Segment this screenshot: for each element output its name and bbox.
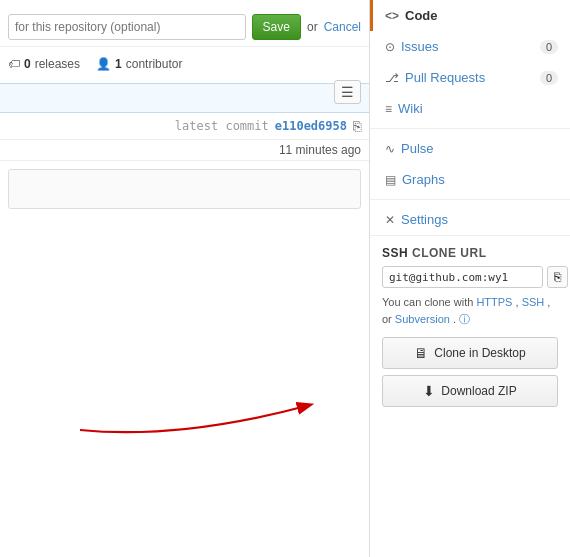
contributor-label: contributor <box>126 57 183 71</box>
clone-desktop-icon: 🖥 <box>414 345 428 361</box>
download-zip-button[interactable]: ⬇ Download ZIP <box>382 375 558 407</box>
commit-row: latest commit e110ed6958 ⎘ <box>0 113 369 140</box>
issues-badge: 0 <box>540 40 558 54</box>
nav-divider-2 <box>370 199 570 200</box>
clone-subversion-link[interactable]: Subversion <box>395 313 450 325</box>
copy-commit-icon[interactable]: ⎘ <box>353 118 361 134</box>
graphs-label: Graphs <box>402 172 445 187</box>
save-button[interactable]: Save <box>252 14 301 40</box>
clone-help-question-icon: ⓘ <box>459 313 470 325</box>
clone-in-desktop-button[interactable]: 🖥 Clone in Desktop <box>382 337 558 369</box>
releases-count: 0 <box>24 57 31 71</box>
releases-icon: 🏷 <box>8 57 20 71</box>
time-ago-text: 11 minutes ago <box>279 143 361 157</box>
wiki-icon: ≡ <box>385 102 392 116</box>
pulse-label: Pulse <box>401 141 434 156</box>
releases-label: releases <box>35 57 80 71</box>
sidebar: <> Code ⊙ Issues 0 ⎇ Pull Requests 0 <box>370 0 570 557</box>
pulse-icon: ∿ <box>385 142 395 156</box>
clone-help-text: You can clone with HTTPS , SSH , or Subv… <box>382 294 558 327</box>
clone-desktop-label: Clone in Desktop <box>434 346 525 360</box>
sidebar-item-code[interactable]: <> Code <box>370 0 570 31</box>
clone-url-row: ⎘ <box>382 266 558 288</box>
commit-label-text: latest commit <box>175 119 269 133</box>
sidebar-item-settings[interactable]: ✕ Settings <box>370 204 570 235</box>
stats-row: 🏷 0 releases 👤 1 contributor <box>0 53 369 75</box>
contributors-stat[interactable]: 👤 1 contributor <box>96 57 182 71</box>
copy-url-button[interactable]: ⎘ <box>547 266 568 288</box>
issues-icon: ⊙ <box>385 40 395 54</box>
sidebar-item-graphs[interactable]: ▤ Graphs <box>370 164 570 195</box>
or-text: or <box>307 20 318 34</box>
pull-requests-badge: 0 <box>540 71 558 85</box>
pull-requests-label: Pull Requests <box>405 70 485 85</box>
clone-url-input[interactable] <box>382 266 543 288</box>
clone-protocol: SSH <box>382 246 408 260</box>
settings-label: Settings <box>401 212 448 227</box>
repo-description-input[interactable] <box>8 14 246 40</box>
contributor-count: 1 <box>115 57 122 71</box>
code-label: Code <box>405 8 438 23</box>
pull-requests-icon: ⎇ <box>385 71 399 85</box>
file-header-bar <box>0 83 369 113</box>
graphs-icon: ▤ <box>385 173 396 187</box>
sidebar-item-issues[interactable]: ⊙ Issues 0 <box>370 31 570 62</box>
clone-help-prefix: You can clone with <box>382 296 476 308</box>
clone-title-rest: clone URL <box>412 246 487 260</box>
wiki-label: Wiki <box>398 101 423 116</box>
settings-icon: ✕ <box>385 213 395 227</box>
clone-title: SSH clone URL <box>382 246 558 260</box>
sidebar-nav: <> Code ⊙ Issues 0 ⎇ Pull Requests 0 <box>370 0 570 236</box>
clone-section: SSH clone URL ⎘ You can clone with HTTPS… <box>370 236 570 423</box>
clone-help-comma: , <box>516 296 519 308</box>
sidebar-item-pull-requests[interactable]: ⎇ Pull Requests 0 <box>370 62 570 93</box>
list-view-button[interactable]: ☰ <box>334 80 361 104</box>
clone-ssh-link[interactable]: SSH <box>522 296 545 308</box>
download-zip-label: Download ZIP <box>441 384 516 398</box>
file-list-area <box>8 169 361 209</box>
issues-label: Issues <box>401 39 439 54</box>
download-zip-icon: ⬇ <box>423 383 435 399</box>
commit-hash[interactable]: e110ed6958 <box>275 119 347 133</box>
code-icon: <> <box>385 9 399 23</box>
copy-url-icon: ⎘ <box>554 270 561 284</box>
contributor-icon: 👤 <box>96 57 111 71</box>
nav-divider-1 <box>370 128 570 129</box>
repo-description-row: Save or Cancel <box>0 8 369 47</box>
clone-https-link[interactable]: HTTPS <box>476 296 512 308</box>
time-ago-row: 11 minutes ago <box>0 140 369 161</box>
sidebar-item-wiki[interactable]: ≡ Wiki <box>370 93 570 124</box>
releases-stat[interactable]: 🏷 0 releases <box>8 57 80 71</box>
sidebar-item-pulse[interactable]: ∿ Pulse <box>370 133 570 164</box>
cancel-link[interactable]: Cancel <box>324 20 361 34</box>
